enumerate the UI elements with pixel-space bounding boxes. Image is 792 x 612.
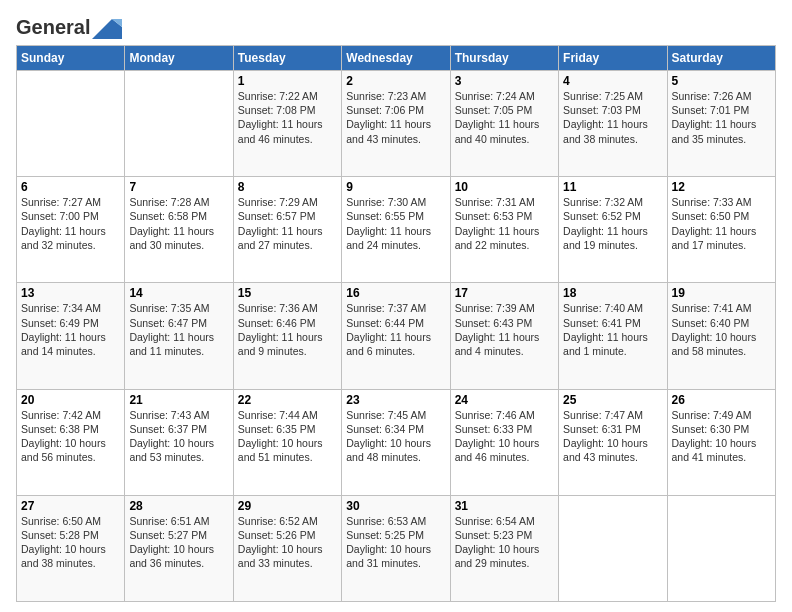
day-info-line: Sunset: 6:35 PM <box>238 423 316 435</box>
day-info-line: Daylight: 10 hours and 58 minutes. <box>672 331 757 357</box>
day-info-line: Sunset: 5:23 PM <box>455 529 533 541</box>
day-info-line: Sunset: 6:49 PM <box>21 317 99 329</box>
calendar-cell: 11Sunrise: 7:32 AMSunset: 6:52 PMDayligh… <box>559 177 667 283</box>
calendar-cell: 28Sunrise: 6:51 AMSunset: 5:27 PMDayligh… <box>125 495 233 601</box>
day-number: 3 <box>455 74 554 88</box>
day-info-line: Sunset: 6:47 PM <box>129 317 207 329</box>
day-info-line: Sunrise: 7:47 AM <box>563 409 643 421</box>
calendar-cell: 19Sunrise: 7:41 AMSunset: 6:40 PMDayligh… <box>667 283 775 389</box>
day-info-line: Sunset: 6:34 PM <box>346 423 424 435</box>
day-info: Sunrise: 7:43 AMSunset: 6:37 PMDaylight:… <box>129 408 228 465</box>
day-number: 9 <box>346 180 445 194</box>
day-number: 12 <box>672 180 771 194</box>
day-info: Sunrise: 7:44 AMSunset: 6:35 PMDaylight:… <box>238 408 337 465</box>
day-info-line: Sunrise: 7:33 AM <box>672 196 752 208</box>
day-number: 29 <box>238 499 337 513</box>
calendar-cell: 17Sunrise: 7:39 AMSunset: 6:43 PMDayligh… <box>450 283 558 389</box>
calendar-week-3: 13Sunrise: 7:34 AMSunset: 6:49 PMDayligh… <box>17 283 776 389</box>
day-info-line: Sunrise: 7:24 AM <box>455 90 535 102</box>
day-info: Sunrise: 7:41 AMSunset: 6:40 PMDaylight:… <box>672 301 771 358</box>
day-info: Sunrise: 6:54 AMSunset: 5:23 PMDaylight:… <box>455 514 554 571</box>
day-number: 2 <box>346 74 445 88</box>
day-info-line: Sunset: 6:41 PM <box>563 317 641 329</box>
calendar-cell <box>17 71 125 177</box>
day-info-line: Daylight: 11 hours and 17 minutes. <box>672 225 757 251</box>
day-info-line: Sunrise: 7:37 AM <box>346 302 426 314</box>
calendar-cell: 9Sunrise: 7:30 AMSunset: 6:55 PMDaylight… <box>342 177 450 283</box>
page: General SundayMondayTuesdayWednesdayThur… <box>0 0 792 612</box>
day-info-line: Sunrise: 7:34 AM <box>21 302 101 314</box>
calendar-cell: 8Sunrise: 7:29 AMSunset: 6:57 PMDaylight… <box>233 177 341 283</box>
day-info: Sunrise: 7:28 AMSunset: 6:58 PMDaylight:… <box>129 195 228 252</box>
day-info: Sunrise: 7:23 AMSunset: 7:06 PMDaylight:… <box>346 89 445 146</box>
day-info-line: Sunrise: 7:23 AM <box>346 90 426 102</box>
day-info-line: Daylight: 11 hours and 14 minutes. <box>21 331 106 357</box>
day-info-line: Daylight: 11 hours and 19 minutes. <box>563 225 648 251</box>
calendar-table: SundayMondayTuesdayWednesdayThursdayFrid… <box>16 45 776 602</box>
day-info-line: Sunset: 6:57 PM <box>238 210 316 222</box>
calendar-week-4: 20Sunrise: 7:42 AMSunset: 6:38 PMDayligh… <box>17 389 776 495</box>
day-info-line: Daylight: 10 hours and 38 minutes. <box>21 543 106 569</box>
day-info: Sunrise: 7:47 AMSunset: 6:31 PMDaylight:… <box>563 408 662 465</box>
day-info-line: Sunrise: 7:40 AM <box>563 302 643 314</box>
day-info-line: Daylight: 11 hours and 24 minutes. <box>346 225 431 251</box>
day-number: 5 <box>672 74 771 88</box>
day-info-line: Daylight: 10 hours and 41 minutes. <box>672 437 757 463</box>
day-number: 21 <box>129 393 228 407</box>
day-info-line: Daylight: 11 hours and 46 minutes. <box>238 118 323 144</box>
calendar-cell: 18Sunrise: 7:40 AMSunset: 6:41 PMDayligh… <box>559 283 667 389</box>
day-info-line: Sunset: 6:46 PM <box>238 317 316 329</box>
day-info-line: Sunrise: 7:42 AM <box>21 409 101 421</box>
day-number: 14 <box>129 286 228 300</box>
day-info-line: Sunset: 6:31 PM <box>563 423 641 435</box>
day-info-line: Sunrise: 6:53 AM <box>346 515 426 527</box>
day-number: 19 <box>672 286 771 300</box>
day-number: 25 <box>563 393 662 407</box>
day-info-line: Daylight: 10 hours and 51 minutes. <box>238 437 323 463</box>
weekday-header-wednesday: Wednesday <box>342 46 450 71</box>
day-number: 31 <box>455 499 554 513</box>
day-info-line: Sunset: 7:00 PM <box>21 210 99 222</box>
day-number: 24 <box>455 393 554 407</box>
day-info: Sunrise: 7:40 AMSunset: 6:41 PMDaylight:… <box>563 301 662 358</box>
day-info-line: Sunrise: 7:31 AM <box>455 196 535 208</box>
day-info-line: Daylight: 10 hours and 33 minutes. <box>238 543 323 569</box>
calendar-cell: 30Sunrise: 6:53 AMSunset: 5:25 PMDayligh… <box>342 495 450 601</box>
day-info-line: Sunset: 6:55 PM <box>346 210 424 222</box>
day-info-line: Sunset: 6:33 PM <box>455 423 533 435</box>
day-number: 4 <box>563 74 662 88</box>
day-info: Sunrise: 6:52 AMSunset: 5:26 PMDaylight:… <box>238 514 337 571</box>
day-number: 10 <box>455 180 554 194</box>
calendar-cell: 2Sunrise: 7:23 AMSunset: 7:06 PMDaylight… <box>342 71 450 177</box>
day-info-line: Sunset: 5:28 PM <box>21 529 99 541</box>
day-number: 30 <box>346 499 445 513</box>
day-info-line: Daylight: 10 hours and 53 minutes. <box>129 437 214 463</box>
calendar-cell: 4Sunrise: 7:25 AMSunset: 7:03 PMDaylight… <box>559 71 667 177</box>
day-info-line: Daylight: 11 hours and 30 minutes. <box>129 225 214 251</box>
day-number: 8 <box>238 180 337 194</box>
calendar-cell: 26Sunrise: 7:49 AMSunset: 6:30 PMDayligh… <box>667 389 775 495</box>
header: General <box>16 16 776 35</box>
day-info: Sunrise: 7:34 AMSunset: 6:49 PMDaylight:… <box>21 301 120 358</box>
day-info-line: Sunset: 7:03 PM <box>563 104 641 116</box>
calendar-cell: 25Sunrise: 7:47 AMSunset: 6:31 PMDayligh… <box>559 389 667 495</box>
day-info-line: Sunset: 6:58 PM <box>129 210 207 222</box>
calendar-cell: 14Sunrise: 7:35 AMSunset: 6:47 PMDayligh… <box>125 283 233 389</box>
day-info-line: Sunset: 5:25 PM <box>346 529 424 541</box>
day-info-line: Sunset: 6:38 PM <box>21 423 99 435</box>
day-info: Sunrise: 7:24 AMSunset: 7:05 PMDaylight:… <box>455 89 554 146</box>
calendar-week-2: 6Sunrise: 7:27 AMSunset: 7:00 PMDaylight… <box>17 177 776 283</box>
weekday-header-monday: Monday <box>125 46 233 71</box>
day-number: 7 <box>129 180 228 194</box>
day-info-line: Sunrise: 7:28 AM <box>129 196 209 208</box>
calendar-cell: 29Sunrise: 6:52 AMSunset: 5:26 PMDayligh… <box>233 495 341 601</box>
day-info-line: Sunrise: 6:54 AM <box>455 515 535 527</box>
day-info-line: Sunset: 6:37 PM <box>129 423 207 435</box>
calendar-cell: 13Sunrise: 7:34 AMSunset: 6:49 PMDayligh… <box>17 283 125 389</box>
day-info-line: Sunrise: 7:49 AM <box>672 409 752 421</box>
day-info-line: Sunset: 7:01 PM <box>672 104 750 116</box>
day-info-line: Daylight: 11 hours and 11 minutes. <box>129 331 214 357</box>
day-info: Sunrise: 6:50 AMSunset: 5:28 PMDaylight:… <box>21 514 120 571</box>
day-number: 22 <box>238 393 337 407</box>
day-info-line: Daylight: 11 hours and 32 minutes. <box>21 225 106 251</box>
